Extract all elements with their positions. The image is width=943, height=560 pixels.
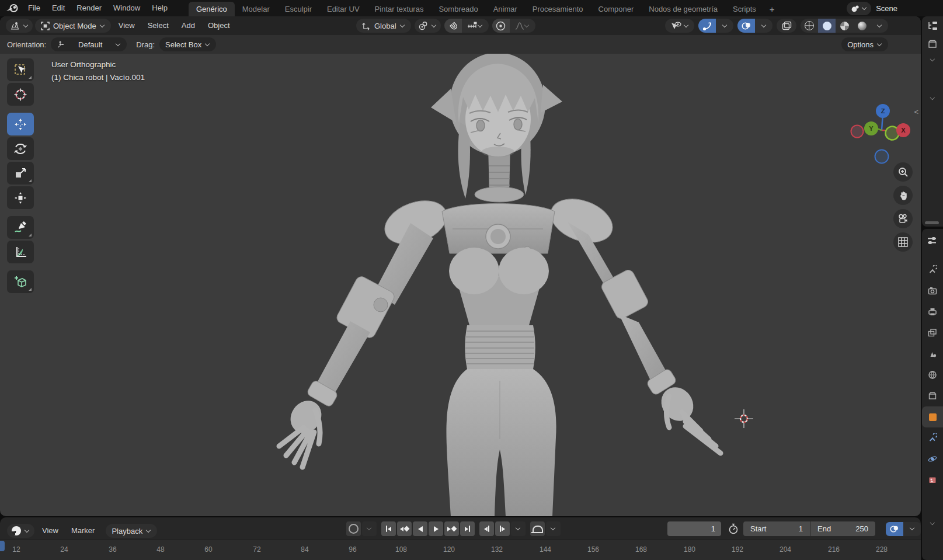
menu-file[interactable]: File bbox=[22, 0, 46, 16]
shading-wireframe-button[interactable] bbox=[801, 19, 818, 33]
proportional-edit-toggle[interactable] bbox=[492, 19, 510, 33]
gizmo-dropdown[interactable] bbox=[716, 19, 733, 33]
tool-cursor[interactable] bbox=[7, 83, 34, 106]
tool-scale[interactable] bbox=[7, 162, 34, 185]
properties-editor-dropdown[interactable] bbox=[927, 236, 938, 248]
preview-range-toggle[interactable] bbox=[530, 521, 545, 536]
start-frame-field[interactable]: Start 1 bbox=[743, 521, 810, 536]
props-tab-view-layer[interactable] bbox=[922, 322, 943, 343]
viewport-canvas[interactable]: User Orthographic (1) Chica robot | Vací… bbox=[0, 54, 921, 516]
outliner-scrollbar[interactable] bbox=[925, 221, 939, 224]
tab-procesamiento[interactable]: Procesamiento bbox=[525, 2, 591, 16]
menu-edit[interactable]: Edit bbox=[46, 0, 71, 16]
props-tab-scene[interactable] bbox=[922, 343, 943, 364]
properties-collapse-arrow[interactable] bbox=[930, 521, 935, 526]
tool-annotate[interactable] bbox=[7, 216, 34, 239]
gizmo-axis-neg-x[interactable] bbox=[851, 126, 864, 138]
proportional-falloff-dropdown[interactable] bbox=[510, 19, 535, 33]
shading-material-button[interactable] bbox=[836, 19, 853, 33]
tab-esculpir[interactable]: Esculpir bbox=[277, 2, 319, 16]
next-keyframe-button[interactable] bbox=[444, 521, 459, 536]
current-frame-field[interactable]: 1 bbox=[667, 521, 721, 536]
jump-to-end-button[interactable] bbox=[460, 521, 475, 536]
menu-add[interactable]: Add bbox=[176, 16, 200, 35]
outliner-editor-dropdown[interactable] bbox=[927, 21, 938, 33]
overlays-dropdown[interactable] bbox=[755, 19, 773, 33]
tab-sombreado[interactable]: Sombreado bbox=[431, 2, 485, 16]
menu-select[interactable]: Select bbox=[142, 16, 174, 35]
orientation-default-dropdown[interactable]: Default bbox=[51, 37, 127, 51]
options-dropdown[interactable]: Options bbox=[841, 37, 888, 51]
step-back-button[interactable] bbox=[479, 521, 494, 536]
timeline-ruler[interactable]: 12 24 36 48 60 72 84 96 108 120 132 144 … bbox=[0, 540, 921, 560]
tab-componer[interactable]: Componer bbox=[591, 2, 642, 16]
menu-view[interactable]: View bbox=[113, 16, 140, 35]
show-overlays-toggle[interactable] bbox=[737, 19, 755, 33]
prev-keyframe-button[interactable] bbox=[397, 521, 412, 536]
props-tab-render[interactable] bbox=[922, 280, 943, 301]
xray-toggle[interactable] bbox=[777, 19, 796, 33]
shading-rendered-button[interactable] bbox=[853, 19, 871, 33]
tab-generico[interactable]: Genérico bbox=[189, 2, 235, 16]
transform-orientation-dropdown[interactable]: Global bbox=[356, 19, 411, 33]
props-tab-tool[interactable] bbox=[922, 259, 943, 280]
scene-dropdown[interactable] bbox=[847, 2, 871, 15]
blender-logo-icon[interactable] bbox=[6, 2, 19, 14]
pivot-point-dropdown[interactable] bbox=[415, 19, 441, 33]
preview-range-dropdown[interactable] bbox=[546, 521, 561, 536]
tab-modelar[interactable]: Modelar bbox=[235, 2, 277, 16]
props-tab-modifiers[interactable] bbox=[922, 427, 943, 448]
tool-select-box[interactable] bbox=[7, 58, 34, 81]
snap-toggle[interactable] bbox=[444, 19, 462, 33]
tool-add-cube[interactable] bbox=[7, 270, 34, 293]
zoom-button[interactable] bbox=[893, 162, 913, 182]
tool-move[interactable] bbox=[7, 113, 34, 135]
tool-transform[interactable] bbox=[7, 186, 34, 209]
outliner-expand-arrow[interactable] bbox=[930, 57, 935, 62]
drag-mode-dropdown[interactable]: Select Box bbox=[159, 37, 216, 51]
menu-help[interactable]: Help bbox=[146, 0, 173, 16]
outliner-expand-arrow[interactable] bbox=[930, 96, 935, 100]
end-frame-field[interactable]: End 250 bbox=[810, 521, 875, 536]
timeline-overlays-toggle[interactable] bbox=[886, 522, 903, 536]
menu-render[interactable]: Render bbox=[71, 0, 107, 16]
collection-icon[interactable] bbox=[928, 40, 937, 50]
pan-button[interactable] bbox=[893, 186, 913, 205]
use-preview-range-button[interactable] bbox=[726, 523, 741, 534]
props-tab-collection[interactable] bbox=[922, 385, 943, 406]
tab-pintar-texturas[interactable]: Pintar texturas bbox=[367, 2, 432, 16]
shading-solid-button[interactable] bbox=[818, 19, 836, 33]
timeline-menu-playback[interactable]: Playback bbox=[106, 524, 157, 538]
props-tab-output[interactable] bbox=[922, 301, 943, 322]
props-tab-object[interactable] bbox=[922, 406, 943, 427]
mode-dropdown[interactable]: Object Mode bbox=[35, 19, 111, 33]
keying-set-dropdown[interactable] bbox=[362, 521, 377, 536]
play-reverse-button[interactable] bbox=[413, 521, 427, 536]
sidebar-toggle[interactable]: < bbox=[914, 107, 918, 116]
camera-view-button[interactable] bbox=[893, 209, 913, 228]
editor-type-dropdown[interactable] bbox=[6, 19, 33, 33]
menu-object[interactable]: Object bbox=[203, 16, 235, 35]
toggle-ortho-button[interactable] bbox=[893, 232, 913, 252]
timeline-menu-marker[interactable]: Marker bbox=[66, 521, 100, 540]
timeline-menu-view[interactable]: View bbox=[37, 521, 64, 540]
frame-step-dropdown[interactable] bbox=[511, 521, 526, 536]
tab-editar-uv[interactable]: Editar UV bbox=[319, 2, 367, 16]
props-tab-data[interactable] bbox=[922, 469, 943, 491]
props-tab-physics[interactable] bbox=[922, 448, 943, 469]
play-button[interactable] bbox=[429, 521, 443, 536]
tab-scripts[interactable]: Scripts bbox=[725, 2, 764, 16]
auto-keying-toggle[interactable] bbox=[346, 521, 361, 536]
tool-measure[interactable] bbox=[7, 241, 34, 263]
timeline-overlays-dropdown[interactable] bbox=[903, 522, 921, 536]
step-forward-button[interactable] bbox=[495, 521, 510, 536]
timeline-editor-dropdown[interactable] bbox=[7, 524, 34, 538]
shading-dropdown[interactable] bbox=[871, 19, 888, 33]
gizmo-axis-neg-z[interactable] bbox=[875, 150, 889, 164]
tool-rotate[interactable] bbox=[7, 137, 34, 160]
snap-with-dropdown[interactable] bbox=[462, 19, 489, 33]
model-chica-robot[interactable] bbox=[0, 54, 921, 516]
props-tab-world[interactable] bbox=[922, 364, 943, 385]
tab-animar[interactable]: Animar bbox=[486, 2, 525, 16]
jump-to-start-button[interactable] bbox=[381, 521, 396, 536]
